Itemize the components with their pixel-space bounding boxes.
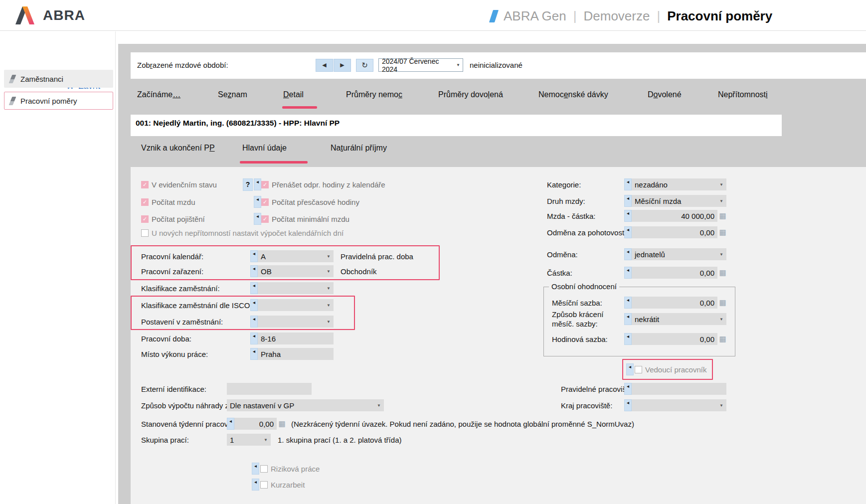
help-button[interactable]: ? [243,178,253,191]
externi-identifikace-input[interactable] [227,383,312,395]
left-arrow-icon: ◂ [627,383,629,389]
field-value: Praha [261,350,281,358]
calculator-icon[interactable]: ▦ [718,268,727,278]
field-arrow-button[interactable]: ◂ [227,418,234,430]
nahrada-za-svatek-select[interactable]: Dle nastavení v GP ▼ [227,399,384,411]
checkbox-prenaset-hodiny[interactable]: ✓ [261,181,269,188]
isco-select[interactable]: ▼ [258,299,334,311]
field-arrow-button[interactable]: ◂ [250,316,258,328]
subtab-naturalni-prijmy[interactable]: Naturální příjmy [331,144,387,156]
checkbox-prescasove-hodiny[interactable]: ✓ [261,198,269,206]
tab-nemocenske-davky[interactable]: Nemocenské dávky [538,90,608,102]
checkbox-rizikova-prace[interactable] [260,465,268,473]
field-arrow-button[interactable]: ◂ [626,363,634,375]
field-arrow-button[interactable]: ◂ [250,265,258,277]
kraceni-select[interactable]: nekrátit ▼ [632,313,726,325]
field-arrow-button[interactable]: ◂ [624,297,632,309]
field-row-pracoviste: Pravidelné pracoviště: ◂ [561,383,726,395]
left-arrow-icon: ◂ [627,179,629,185]
prev-period-button[interactable]: ◀ [316,59,333,72]
left-arrow-icon: ◂ [629,364,631,370]
field-row-pohotovost: Odměna za pohotovost: ◂ 0,00 ▦ [547,226,727,238]
field-arrow-button[interactable]: ◂ [624,178,632,190]
hodinova-sazba-input[interactable]: 0,00 [632,333,717,345]
field-arrow-button[interactable]: ◂ [624,248,632,260]
pracovni-kalendar-select[interactable]: A ▼ [258,250,334,262]
field-arrow-button[interactable]: ◂ [624,267,632,279]
calculator-icon[interactable]: ▦ [718,298,727,308]
checkbox-minimalni-mzdu[interactable]: ✓ [261,215,269,223]
field-label: Místo výkonu práce: [141,350,250,358]
left-arrow-icon: ◂ [627,334,629,339]
field-arrow-button[interactable]: ◂ [254,196,261,208]
checkbox-label: Kurzarbeit [271,481,305,489]
field-row-hodinova-sazba: Hodinová sazba: ◂ 0,00 ▦ [552,333,727,345]
tab-nepritomnosti[interactable]: Nepřítomnosti [718,90,768,102]
pracovni-zarazeni-select[interactable]: OB ▼ [258,265,334,277]
field-arrow-button[interactable]: ◂ [624,333,632,345]
checkbox-u-novych-nepritomnosti[interactable] [141,229,149,237]
checkbox-pocitat-mzdu[interactable]: ✓ [141,198,149,206]
druh-mzdy-select[interactable]: Měsíční mzda ▼ [632,195,726,207]
field-arrow-button[interactable]: ◂ [250,250,258,262]
sidebar-item-zamestnanci[interactable]: Zaměstnanci [4,70,113,88]
period-select[interactable]: 2024/07 Červenec 2024 ▼ [378,58,463,72]
skupina-praci-select[interactable]: 1 ▼ [227,434,271,446]
klasifikace-select[interactable]: ▼ [258,282,334,294]
kraj-pracoviste-select[interactable]: ▼ [632,399,726,411]
mesicni-sazba-input[interactable]: 0,00 [632,297,717,309]
field-arrow-button[interactable]: ◂ [250,348,258,360]
checkbox-vedouci-pracovnik[interactable] [635,366,642,373]
pohotovost-input[interactable]: 0,00 [632,226,717,238]
postaveni-select[interactable]: ▼ [258,316,334,328]
field-arrow-button[interactable]: ◂ [624,195,632,207]
field-arrow-button[interactable]: ◂ [624,399,632,411]
kategorie-select[interactable]: nezadáno ▼ [632,178,726,190]
pravidelne-pracoviste-input[interactable] [632,383,726,395]
field-value: 0,00 [700,335,714,343]
field-arrow-button[interactable]: ◂ [252,479,259,491]
tab-zaciname[interactable]: Začínáme… [137,90,180,102]
checkbox-pocitat-pojisteni[interactable]: ✓ [141,215,149,223]
left-arrow-icon: ◂ [627,400,629,406]
pracovni-doba-input[interactable]: 8-16 [258,333,334,344]
subtab-hlavni-udaje[interactable]: Hlavní údaje [242,144,287,156]
sidebar-item-pracovni-pomery[interactable]: Pracovní poměry [4,92,113,110]
field-row-druh-mzdy: Druh mzdy: ◂ Měsíční mzda ▼ [547,195,726,207]
subtab-vznik-a-ukonceni[interactable]: Vznik a ukončení PP [141,144,215,156]
calculator-icon[interactable]: ▦ [718,227,727,237]
tab-dovolene[interactable]: Dovolené [648,90,682,102]
arrow-right-icon: ▶ [340,62,344,68]
tab-prumery-nemoc[interactable]: Průměry nemoc [346,90,402,102]
field-arrow-button[interactable]: ◂ [250,333,258,344]
misto-vykonu-input[interactable]: Praha [258,348,334,360]
chevron-down-icon: ▼ [264,438,268,442]
calculator-icon[interactable]: ▦ [718,334,727,344]
calculator-icon[interactable]: ▦ [278,419,286,429]
mzda-castka-input[interactable]: 40 000,00 [632,210,717,222]
field-arrow-button[interactable]: ◂ [624,210,632,222]
field-row-isco: Klasifikace zaměstnání dle ISCO: ◂ ▼ [141,299,334,311]
tab-seznam[interactable]: Seznam [218,90,247,102]
left-arrow-icon: ◂ [256,213,259,219]
field-arrow-button[interactable]: ◂ [254,178,261,190]
field-arrow-button[interactable]: ◂ [624,226,632,238]
checkbox-label: Riziková práce [271,465,320,473]
field-arrow-button[interactable]: ◂ [250,282,258,294]
calculator-icon[interactable]: ▦ [718,211,727,221]
checkbox-v-evidencnim-stavu[interactable]: ✓ [141,181,149,188]
tab-prumery-dovolena[interactable]: Průměry dovolená [438,90,503,102]
field-arrow-button[interactable]: ◂ [250,299,258,311]
checkbox-kurzarbeit[interactable] [260,481,268,489]
next-period-button[interactable]: ▶ [334,59,351,72]
tydenni-doba-input[interactable]: 0,00 [234,418,277,430]
field-arrow-button[interactable]: ◂ [624,313,632,325]
tab-detail[interactable]: Detail [283,90,304,102]
field-arrow-button[interactable]: ◂ [254,213,261,225]
castka-input[interactable]: 0,00 [632,267,717,279]
refresh-period-button[interactable]: ↻ [356,59,373,72]
field-arrow-button[interactable]: ◂ [624,383,632,395]
left-arrow-icon: ◂ [627,267,629,273]
odmena-select[interactable]: jednatelů ▼ [632,248,726,260]
field-arrow-button[interactable]: ◂ [252,463,259,475]
